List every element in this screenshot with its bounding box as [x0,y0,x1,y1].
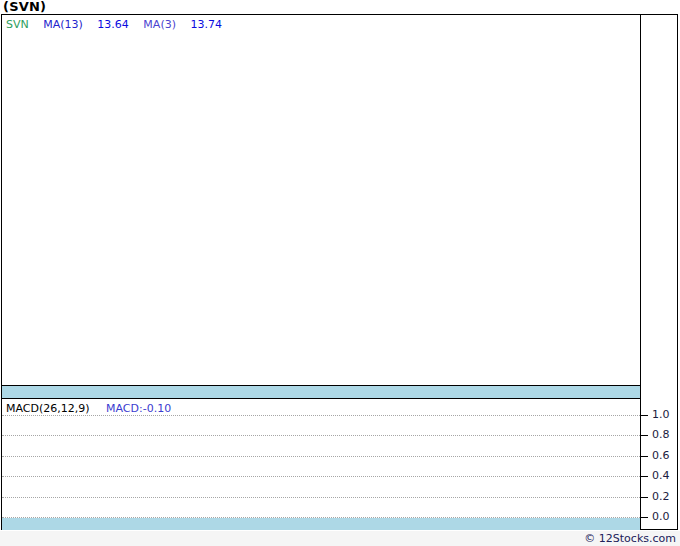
macd-panel-axis-band [2,518,640,530]
macd-gridline-1.0 [2,415,640,416]
stock-chart-screen: (SVN) SVN MA(13) 13.64 MA(3) 13.74 MACD(… [0,0,680,546]
macd-legend-value: MACD:-0.10 [106,402,171,415]
macd-gridline-0.2 [2,497,640,498]
legend-ma13-value: 13.64 [97,18,129,31]
y-axis-label-0.8: 0.8 [652,428,680,441]
macd-gridline-0.4 [2,476,640,477]
y-axis-tick-0.6 [641,456,648,457]
y-axis-label-0.6: 0.6 [652,449,680,462]
y-axis-tick-0.4 [641,476,648,477]
price-panel-legend: SVN MA(13) 13.64 MA(3) 13.74 [6,19,233,31]
page-title: (SVN) [3,0,46,14]
y-axis-tick-0.0 [641,517,648,518]
price-panel-axis-band [2,386,640,398]
y-axis-tick-0.8 [641,435,648,436]
chart-plot-container: SVN MA(13) 13.64 MA(3) 13.74 MACD(26,12,… [1,14,678,530]
y-axis-tick-0.2 [641,497,648,498]
y-axis-line [640,15,641,529]
macd-gridline-0.6 [2,456,640,457]
macd-panel-top-border [2,398,640,399]
macd-legend-label: MACD(26,12,9) [6,402,90,415]
footer-strip: © 12Stocks.com [0,531,680,546]
y-axis-label-0.0: 0.0 [652,510,680,523]
macd-panel-legend: MACD(26,12,9) MACD:-0.10 [6,403,182,415]
copyright-link[interactable]: © 12Stocks.com [584,532,676,545]
y-axis-tick-1.0 [641,415,648,416]
y-axis-label-0.4: 0.4 [652,469,680,482]
legend-ma13-label: MA(13) [43,18,83,31]
y-axis-label-0.2: 0.2 [652,490,680,503]
legend-ma3-label: MA(3) [143,18,176,31]
legend-ma3-value: 13.74 [190,18,222,31]
macd-gridline-0.8 [2,435,640,436]
y-axis-label-1.0: 1.0 [652,408,680,421]
legend-symbol-label: SVN [6,18,29,31]
